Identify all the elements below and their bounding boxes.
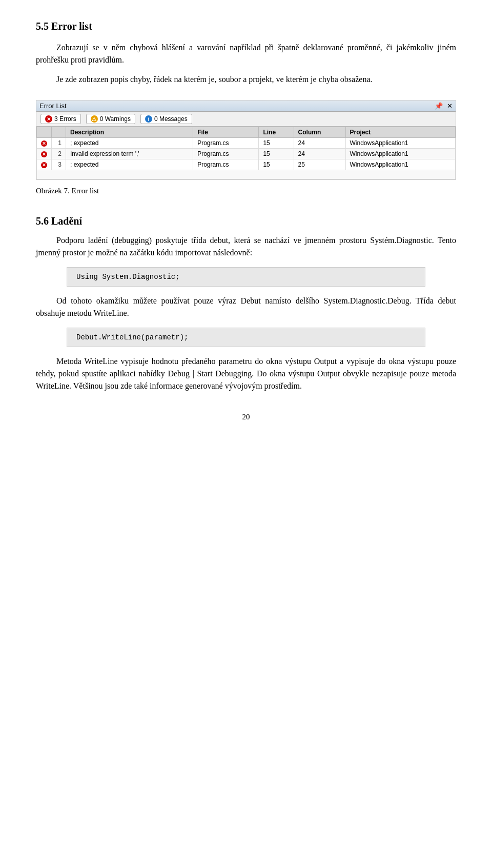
warnings-count-label: 0 Warnings bbox=[100, 115, 131, 123]
row3-line: 15 bbox=[259, 159, 294, 170]
row3-column: 25 bbox=[294, 159, 345, 170]
empty-cell bbox=[37, 170, 456, 179]
row1-error-icon: ✕ bbox=[41, 140, 47, 147]
page-number: 20 bbox=[36, 413, 456, 421]
close-icon: ✕ bbox=[447, 102, 453, 110]
error-list-titlebar: Error List 📌 ✕ bbox=[36, 100, 456, 112]
table-row: ✕ 1 ; expected Program.cs 15 24 WindowsA… bbox=[37, 138, 456, 149]
error-list-figure: Error List 📌 ✕ ✕ 3 Errors ⚠ 0 Warnings i… bbox=[36, 100, 456, 180]
col-num bbox=[52, 127, 66, 138]
errors-icon: ✕ bbox=[45, 115, 52, 123]
row3-project: WindowsApplication1 bbox=[345, 159, 456, 170]
col-file: File bbox=[193, 127, 259, 138]
row2-description: Invalid expression term ',' bbox=[66, 149, 193, 159]
warnings-icon: ⚠ bbox=[91, 115, 98, 123]
row2-error-icon: ✕ bbox=[41, 151, 47, 157]
paragraph-4: Od tohoto okamžiku můžete používat pouze… bbox=[36, 295, 456, 319]
paragraph-2: Je zde zobrazen popis chyby, řádek na kt… bbox=[36, 73, 456, 86]
row3-description: ; expected bbox=[66, 159, 193, 170]
code-block-1: Using System.Diagnostic; bbox=[67, 267, 425, 287]
col-column: Column bbox=[294, 127, 345, 138]
row1-column: 24 bbox=[294, 138, 345, 149]
row3-icon-cell: ✕ bbox=[37, 159, 52, 170]
section2-title: 5.6 Ladění bbox=[36, 215, 456, 227]
row1-num: 1 bbox=[52, 138, 66, 149]
error-list-title: Error List bbox=[39, 102, 67, 110]
error-toolbar: ✕ 3 Errors ⚠ 0 Warnings i 0 Messages bbox=[36, 112, 456, 127]
messages-count-label: 0 Messages bbox=[154, 115, 188, 123]
figure-caption: Obrázek 7. Error list bbox=[36, 185, 456, 197]
table-row-empty bbox=[37, 170, 456, 179]
titlebar-left: Error List bbox=[39, 102, 67, 110]
errors-count-label: 3 Errors bbox=[54, 115, 76, 123]
row3-error-icon: ✕ bbox=[41, 162, 47, 168]
row1-icon-cell: ✕ bbox=[37, 138, 52, 149]
row1-description: ; expected bbox=[66, 138, 193, 149]
error-table: Description File Line Column Project ✕ 1… bbox=[36, 127, 456, 179]
row2-line: 15 bbox=[259, 149, 294, 159]
titlebar-right: 📌 ✕ bbox=[435, 102, 453, 110]
row2-file: Program.cs bbox=[193, 149, 259, 159]
row2-column: 24 bbox=[294, 149, 345, 159]
table-header: Description File Line Column Project bbox=[37, 127, 456, 138]
table-row: ✕ 3 ; expected Program.cs 15 25 WindowsA… bbox=[37, 159, 456, 170]
row3-num: 3 bbox=[52, 159, 66, 170]
messages-icon: i bbox=[145, 115, 152, 123]
pin-icon: 📌 bbox=[435, 102, 443, 110]
errors-badge[interactable]: ✕ 3 Errors bbox=[40, 114, 81, 124]
col-description: Description bbox=[66, 127, 193, 138]
table-body: ✕ 1 ; expected Program.cs 15 24 WindowsA… bbox=[37, 138, 456, 179]
row3-file: Program.cs bbox=[193, 159, 259, 170]
row1-project: WindowsApplication1 bbox=[345, 138, 456, 149]
row1-line: 15 bbox=[259, 138, 294, 149]
paragraph-3: Podporu ladění (debugging) poskytuje tří… bbox=[36, 234, 456, 259]
code-block-2: Debut.WriteLine(parametr); bbox=[67, 328, 425, 347]
row2-project: WindowsApplication1 bbox=[345, 149, 456, 159]
row2-num: 2 bbox=[52, 149, 66, 159]
paragraph-5: Metoda WriteLine vypisuje hodnotu předan… bbox=[36, 355, 456, 392]
section-title: 5.5 Error list bbox=[36, 21, 456, 32]
col-project: Project bbox=[345, 127, 456, 138]
row2-icon-cell: ✕ bbox=[37, 149, 52, 159]
paragraph-1: Zobrazují se v něm chybová hlášení a var… bbox=[36, 42, 456, 66]
table-row: ✕ 2 Invalid expression term ',' Program.… bbox=[37, 149, 456, 159]
col-line: Line bbox=[259, 127, 294, 138]
warnings-badge[interactable]: ⚠ 0 Warnings bbox=[86, 114, 135, 124]
messages-badge[interactable]: i 0 Messages bbox=[140, 114, 192, 124]
col-icon bbox=[37, 127, 52, 138]
row1-file: Program.cs bbox=[193, 138, 259, 149]
